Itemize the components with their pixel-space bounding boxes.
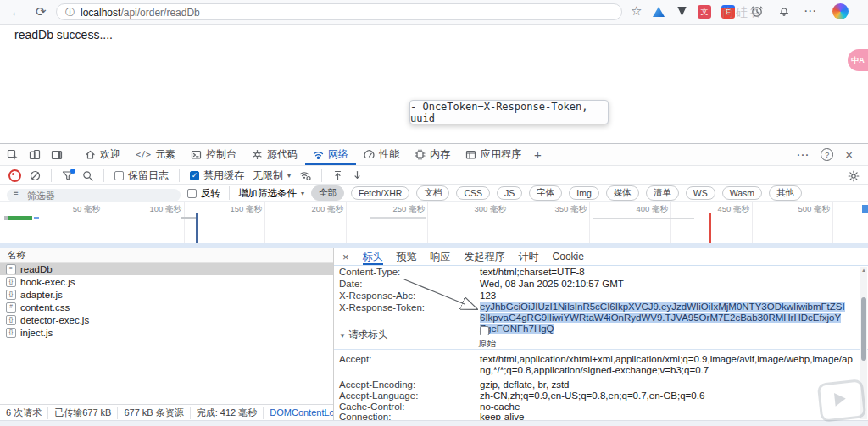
translate-fab-button[interactable]: 中A — [848, 49, 868, 71]
request-row-content-css[interactable]: # content.css — [0, 301, 333, 313]
ruler-tick: 200 毫秒 — [296, 204, 343, 215]
filter-pill-doc[interactable]: 文档 — [416, 185, 449, 201]
request-row-hook-exec[interactable]: {} hook-exec.js — [0, 275, 333, 288]
refresh-icon[interactable]: ⟳ — [36, 5, 47, 18]
bug-icon — [252, 149, 263, 160]
scroll-up-icon[interactable]: ▲ — [860, 267, 867, 274]
copilot-icon[interactable] — [832, 3, 849, 19]
request-row-inject[interactable]: {} inject.js — [0, 326, 333, 339]
tab-headers[interactable]: 标头 — [363, 248, 383, 265]
gauge-icon — [364, 149, 375, 160]
filter-pill-font[interactable]: 字体 — [529, 185, 562, 201]
address-bar[interactable]: ⓘ localhost/api/order/readDb — [56, 3, 622, 20]
request-headers-section-header[interactable]: ▼ 请求标头 — [339, 329, 387, 341]
network-settings-gear-icon[interactable] — [848, 170, 860, 182]
filter-pill-manifest[interactable]: 清单 — [646, 185, 679, 201]
app-window-icon — [465, 149, 476, 160]
filter-pill-all[interactable]: 全部 — [311, 185, 344, 201]
header-name: X-Response-Abc: — [339, 290, 415, 301]
requests-column-header[interactable]: 名称 — [0, 248, 333, 263]
browser-menu-icon[interactable]: ⋯ — [804, 4, 816, 17]
request-row-readdb[interactable]: ≡ readDb — [0, 263, 333, 275]
invert-checkbox[interactable] — [187, 189, 197, 198]
tab-response[interactable]: 响应 — [431, 250, 451, 264]
tab-memory[interactable]: 内存 — [407, 144, 458, 165]
header-value: no-cache — [480, 401, 520, 412]
invert-toggle[interactable]: 反转 — [187, 187, 220, 200]
filter-input[interactable] — [7, 189, 181, 202]
site-info-icon[interactable]: ⓘ — [65, 8, 75, 17]
disable-cache-checkbox[interactable]: ✓ — [190, 171, 199, 180]
tab-performance[interactable]: 性能 — [356, 144, 407, 165]
import-har-icon[interactable] — [332, 170, 343, 181]
js-file-icon: {} — [6, 315, 16, 325]
filter-icon[interactable] — [62, 170, 74, 181]
network-conditions-icon[interactable] — [299, 170, 311, 181]
page-body-text: readDb success.... — [14, 28, 113, 41]
js-file-icon: {} — [6, 290, 16, 300]
disable-cache-toggle[interactable]: ✓ 禁用缓存 — [190, 169, 244, 183]
throttling-dropdown[interactable]: 无限制 ▾ — [253, 169, 291, 183]
ruler-tick: 250 毫秒 — [377, 204, 425, 215]
overview-scroll-indicator[interactable] — [862, 205, 868, 213]
extension-triangle-icon[interactable] — [653, 7, 665, 17]
help-icon[interactable]: ? — [821, 148, 833, 161]
section-divider — [334, 349, 868, 350]
tab-welcome[interactable]: 欢迎 — [77, 144, 128, 165]
devtools-more-icon[interactable]: ⋯ — [796, 148, 809, 161]
timeline-gridline — [670, 202, 671, 243]
raw-headers-checkbox[interactable] — [480, 326, 489, 335]
console-icon — [191, 149, 202, 160]
filter-pill-ws[interactable]: WS — [686, 186, 715, 200]
tab-timing[interactable]: 计时 — [519, 250, 539, 264]
filter-pill-other[interactable]: 其他 — [769, 185, 802, 201]
export-har-icon[interactable] — [352, 170, 363, 181]
bookmark-star-icon[interactable]: ☆ — [631, 4, 642, 17]
status-resources: 677 kB 条资源 — [118, 407, 190, 419]
clear-icon[interactable] — [30, 170, 41, 181]
bilibili-watermark — [817, 379, 867, 422]
scrollbar-thumb[interactable] — [861, 297, 866, 361]
filter-pill-fetch-xhr[interactable]: Fetch/XHR — [351, 186, 409, 200]
dcl-marker-line — [196, 213, 198, 243]
request-row-adapter[interactable]: {} adapter.js — [0, 288, 333, 301]
tab-application[interactable]: 应用程序 — [458, 144, 529, 165]
header-value: text/html;charset=UTF-8 — [480, 267, 585, 277]
tab-preview[interactable]: 预览 — [397, 250, 417, 264]
overview-bar-green — [8, 216, 32, 220]
watermark-text: 尚硅谷 — [722, 5, 763, 20]
bell-icon[interactable] — [777, 4, 791, 18]
tab-initiator[interactable]: 发起程序 — [465, 250, 505, 264]
preserve-log-toggle[interactable]: 保留日志 — [114, 169, 169, 183]
close-details-icon[interactable]: × — [342, 251, 349, 263]
tab-console[interactable]: 控制台 — [183, 144, 244, 165]
filter-pill-img[interactable]: Img — [569, 186, 599, 200]
tab-cookies[interactable]: Cookie — [553, 251, 584, 263]
translate-extension-icon[interactable]: 文 — [698, 5, 711, 19]
js-file-icon: {} — [6, 328, 16, 338]
filter-pill-media[interactable]: 媒体 — [606, 185, 639, 201]
extension-v-icon[interactable] — [676, 7, 687, 16]
status-requests: 6 次请求 — [0, 407, 48, 419]
preserve-log-checkbox[interactable] — [114, 171, 124, 180]
triangle-down-icon: ▼ — [339, 332, 346, 340]
tab-sources[interactable]: 源代码 — [244, 144, 305, 165]
tab-elements[interactable]: </> 元素 — [128, 144, 183, 165]
header-name: Connection: — [339, 412, 391, 420]
request-row-detector-exec[interactable]: {} detector-exec.js — [0, 313, 333, 326]
record-button[interactable] — [8, 169, 21, 182]
filter-pill-js[interactable]: JS — [497, 186, 522, 200]
back-icon[interactable]: ← — [10, 5, 23, 18]
dock-side-icon[interactable] — [51, 149, 63, 161]
browser-toolbar: ← ⟳ ⓘ localhost/api/order/readDb ☆ 文 F ⋯… — [0, 0, 868, 25]
header-value: keep-alive — [480, 412, 524, 420]
tab-network[interactable]: 网络 — [305, 144, 356, 165]
search-icon[interactable] — [82, 170, 93, 181]
filter-pill-css[interactable]: CSS — [456, 186, 490, 200]
device-emulation-icon[interactable] — [29, 149, 41, 161]
add-filter-dropdown[interactable]: 增加筛选条件 ▾ — [238, 187, 304, 200]
inspect-element-icon[interactable] — [7, 149, 19, 161]
filter-pill-wasm[interactable]: Wasm — [722, 186, 762, 200]
add-tab-icon[interactable]: + — [534, 148, 542, 161]
devtools-close-icon[interactable]: × — [845, 148, 853, 161]
